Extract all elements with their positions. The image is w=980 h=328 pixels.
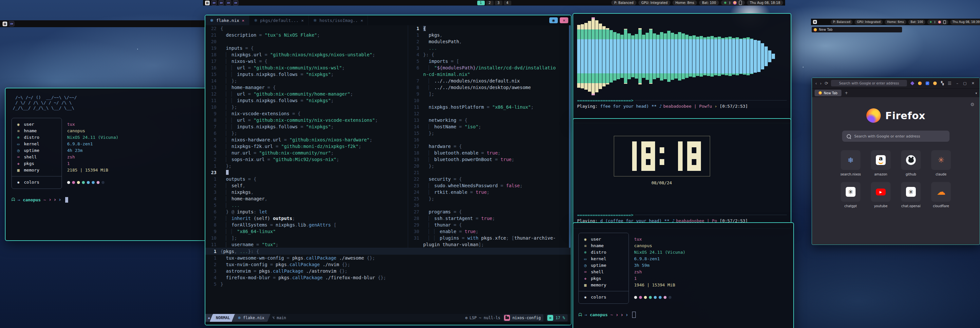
network-tray-icon[interactable]: ✽ bbox=[929, 20, 932, 24]
ping-module[interactable]: Home: 8ms bbox=[673, 0, 697, 5]
tray-orb-icon[interactable] bbox=[733, 1, 737, 5]
wezterm-icon[interactable]: $W bbox=[9, 21, 14, 27]
distro-icon: ❄ bbox=[583, 249, 588, 256]
reload-icon[interactable]: ⟳ bbox=[824, 81, 828, 86]
visualizer-bar bbox=[660, 32, 663, 81]
system-tray[interactable]: ✽ ᛒ bbox=[721, 0, 745, 5]
shortcut-github[interactable]: github bbox=[899, 150, 922, 176]
cava-terminal-window[interactable]: =====================> Playing: ffee for… bbox=[573, 13, 791, 124]
gear-icon[interactable]: ⚙ bbox=[970, 102, 974, 107]
workspace-button-1[interactable]: 1 bbox=[477, 1, 485, 5]
fetch-row: ⌨shell bbox=[579, 269, 628, 275]
terminal-cursor[interactable] bbox=[632, 312, 636, 318]
editor-tab[interactable]: ❄pkgs/default...× bbox=[249, 15, 309, 25]
github-icon bbox=[901, 150, 921, 170]
tab-new-tab[interactable]: New Tab bbox=[815, 90, 842, 96]
code-line: 24 ▏ rtkit.enable = true; bbox=[408, 189, 571, 195]
maximize-icon[interactable]: ▢ bbox=[963, 81, 966, 86]
line-number: 11 bbox=[205, 241, 220, 248]
power-profile-module[interactable]: P: Balanced bbox=[611, 0, 636, 5]
tab-close-icon[interactable]: × bbox=[361, 18, 363, 23]
workspace-button-4[interactable]: 4 bbox=[504, 1, 511, 5]
extension-icon-1[interactable] bbox=[910, 81, 915, 86]
editor-pane-iso-image[interactable]: 1{1 pkgs,2 modulesPath,3 ...4}: {5 impor… bbox=[408, 25, 571, 248]
network-tray-icon[interactable]: ✽ bbox=[724, 1, 727, 5]
fetch-value: canopus bbox=[67, 128, 119, 134]
tasklist-entry-firefox[interactable]: New Tab bbox=[811, 27, 902, 32]
search-input[interactable]: Search with Google or enter address bbox=[842, 131, 950, 142]
editor-pane-pkgs-default[interactable]: 1{pkgs, ...}: {1 tux-awesome-wm-config =… bbox=[205, 248, 571, 314]
fetch-terminal-window[interactable]: ◉user≡hname❄distro▭kernel◷uptime⌨shell❖p… bbox=[573, 222, 794, 328]
tab-close-icon[interactable]: × bbox=[242, 18, 244, 23]
clock-terminal-window[interactable]: 08/08/24 =====================> Playing:… bbox=[573, 118, 791, 229]
system-tray[interactable]: ✽ ᛒ bbox=[927, 20, 948, 25]
power-profile-module[interactable]: P: Balanced bbox=[830, 20, 853, 25]
left-terminal-window[interactable]: /~\ /~/ () __/~~\ \/~~/ / \/ / /\ \/ / ~… bbox=[5, 88, 215, 241]
line-number: 14 bbox=[205, 78, 220, 84]
editor-pane-flake-nix[interactable]: 22{21 description = "tux's NixOS Flake";… bbox=[205, 25, 408, 248]
extension-icon-2[interactable] bbox=[918, 81, 922, 86]
shortcut-youtube[interactable]: ▶youtube bbox=[869, 182, 892, 208]
workspace-button-3[interactable]: 3 bbox=[495, 1, 503, 5]
wezterm-icon[interactable]: $W bbox=[218, 0, 224, 6]
wezterm-icon[interactable]: $W bbox=[211, 0, 217, 6]
fetch-row: ▭kernel bbox=[12, 141, 62, 147]
tab-list-chevron-icon[interactable]: ▾ bbox=[975, 91, 977, 95]
extension-icon-3[interactable]: ✓ bbox=[925, 81, 929, 86]
app-grid-icon[interactable]: ▦ bbox=[3, 22, 7, 26]
editor-tab[interactable]: ❄flake.nix× bbox=[205, 15, 249, 25]
workspace-button-2[interactable]: 2 bbox=[486, 1, 493, 5]
battery-module[interactable]: Bat: 100 bbox=[908, 20, 925, 25]
phone-tray-icon[interactable] bbox=[943, 20, 946, 24]
clock-module[interactable]: Thu Aug 08, 18:18 bbox=[747, 0, 783, 5]
minimize-icon[interactable]: – bbox=[956, 81, 958, 86]
shortcut-cloudflare[interactable]: ☁cloudflare bbox=[929, 182, 953, 208]
line-number: 4 bbox=[205, 143, 220, 150]
shortcut-chatgpt[interactable]: ✳chatgpt bbox=[839, 182, 862, 208]
extension-icon-4[interactable] bbox=[932, 81, 937, 86]
bluetooth-tray-icon[interactable]: ᛒ bbox=[934, 20, 936, 24]
tray-orb-icon[interactable] bbox=[938, 21, 941, 24]
app-grid-icon[interactable]: ▦ bbox=[205, 1, 210, 5]
firefox-window[interactable]: ‹ › ⟳ Search with Google or enter addres… bbox=[811, 78, 980, 245]
bufferline-pick-button[interactable]: ◉ bbox=[549, 17, 558, 23]
menu-icon[interactable]: ☰ bbox=[948, 81, 951, 86]
bluetooth-tray-icon[interactable]: ᛒ bbox=[729, 1, 731, 5]
visualizer-bar bbox=[750, 39, 753, 74]
wezterm-icon[interactable]: $W bbox=[233, 0, 239, 6]
editor-tab[interactable]: ❄hosts/isoImag..× bbox=[309, 15, 368, 25]
tab-close-icon[interactable]: × bbox=[301, 18, 304, 23]
tab-label: flake.nix bbox=[216, 18, 239, 23]
gpu-module[interactable]: GPU: Integrated bbox=[854, 20, 883, 25]
ping-module[interactable]: Home: 6ms bbox=[885, 20, 906, 25]
app-grid-icon[interactable]: ▦ bbox=[813, 20, 817, 24]
wezterm-icon[interactable]: $W bbox=[226, 0, 231, 6]
battery-module[interactable]: Bat: 100 bbox=[699, 0, 719, 5]
line-number: 6 bbox=[205, 130, 220, 136]
visualizer-bar bbox=[729, 36, 732, 76]
line-number bbox=[408, 241, 423, 248]
terminal-cursor[interactable] bbox=[65, 197, 68, 203]
new-tab-button[interactable]: + bbox=[845, 91, 848, 95]
top-bar: ▦ $W $W $W $W 1234 P: Balanced GPU: Inte… bbox=[203, 0, 785, 6]
shortcut-chat.openai[interactable]: ✳chat.openai bbox=[899, 182, 922, 208]
phone-tray-icon[interactable] bbox=[739, 1, 742, 5]
bufferline-close-button[interactable]: × bbox=[560, 17, 568, 23]
clock-module[interactable]: Thu Aug 08, 18:39 bbox=[950, 20, 980, 25]
shortcut-label: search.nixos bbox=[840, 173, 861, 176]
url-bar[interactable]: Search with Google or enter address bbox=[831, 80, 907, 86]
shortcut-search.nixos[interactable]: ❄search.nixos bbox=[839, 150, 862, 176]
scrollbar[interactable] bbox=[569, 25, 571, 248]
gpu-module[interactable]: GPU: Integrated bbox=[638, 0, 670, 5]
shortcut-amazon[interactable]: aamazon bbox=[869, 150, 892, 176]
shortcut-label: claude bbox=[935, 173, 946, 176]
statusline: ◆ NORMAL ❄flake.nix ⌥main ⚙LSP ~ null-ls… bbox=[205, 314, 571, 322]
neovim-window[interactable]: ❄flake.nix×❄pkgs/default...×❄hosts/isoIm… bbox=[205, 15, 571, 325]
close-icon[interactable]: ✕ bbox=[972, 81, 974, 86]
fetch-row-colors: ✱colors bbox=[579, 294, 628, 301]
forward-icon[interactable]: › bbox=[820, 81, 821, 86]
fetch-row: ≡hname bbox=[12, 128, 62, 134]
extensions-puzzle-icon[interactable]: ▚ bbox=[940, 81, 945, 86]
back-icon[interactable]: ‹ bbox=[815, 81, 817, 86]
shortcut-claude[interactable]: ✳claude bbox=[929, 150, 953, 176]
